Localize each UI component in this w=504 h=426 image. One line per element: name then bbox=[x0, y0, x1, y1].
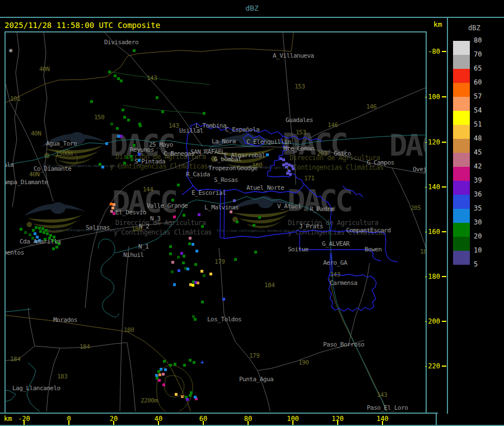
colorbar-block bbox=[453, 69, 470, 83]
place-label: Oveje bbox=[413, 166, 426, 173]
colorbar-block bbox=[453, 83, 470, 97]
place-label: N_1 bbox=[138, 243, 148, 250]
colorbar-block bbox=[453, 41, 470, 55]
road-label: 146 bbox=[366, 103, 376, 110]
right-axis-tick bbox=[442, 186, 446, 188]
colorbar-block bbox=[453, 223, 470, 237]
colorbar-block bbox=[453, 125, 470, 139]
bottom-axis-tick bbox=[292, 421, 293, 425]
right-axis-label: -200 bbox=[421, 317, 440, 325]
place-label: S_Rosas bbox=[214, 176, 238, 184]
road-label: 184 bbox=[10, 355, 20, 363]
road-label: 143 bbox=[169, 122, 179, 129]
place-label: L_Malvinas bbox=[204, 204, 239, 211]
colorbar-block bbox=[453, 111, 470, 125]
place-label: aula bbox=[6, 161, 14, 168]
colorbar-value: 39 bbox=[474, 176, 482, 184]
place-label: J_Prats bbox=[299, 223, 323, 230]
place-label: V_Atuel bbox=[277, 203, 301, 210]
road-label: 144 bbox=[143, 186, 153, 193]
place-label: C_Benegas bbox=[164, 150, 194, 157]
colorbar-value: 30 bbox=[474, 218, 482, 226]
timestamp: 2025/11/28 11:58:00 UTC Composite bbox=[4, 21, 160, 30]
place-label: Guadales bbox=[286, 116, 313, 124]
bottom-axis-tick bbox=[113, 421, 114, 425]
place-label: Punta_Agua bbox=[239, 376, 273, 383]
colorbar-value: 48 bbox=[474, 134, 482, 142]
road-label: 143 bbox=[147, 74, 157, 82]
colorbar-block bbox=[453, 153, 470, 167]
colorbar-value: 51 bbox=[474, 120, 482, 128]
road-label: 143 bbox=[377, 391, 387, 399]
road-label: 160 bbox=[252, 162, 262, 169]
right-axis-label: -140 bbox=[421, 183, 440, 191]
place-label: Nihuil bbox=[123, 251, 144, 259]
place-label: Cda_Amarilla bbox=[20, 238, 60, 245]
place-label: Aero_GA bbox=[323, 259, 347, 266]
place-label: Morados bbox=[53, 316, 77, 324]
road-label: 101 bbox=[10, 95, 20, 102]
place-label: Salinas bbox=[86, 224, 110, 231]
colorbar-value: 60 bbox=[474, 78, 482, 86]
window-title: dBZ bbox=[245, 4, 258, 12]
map-border-bottom bbox=[0, 413, 438, 414]
road-label: 150 bbox=[94, 114, 104, 121]
place-label: N_3 bbox=[150, 215, 160, 222]
bottom-axis-tick bbox=[68, 421, 69, 425]
place-label: Valle_Grande bbox=[147, 202, 188, 209]
radar-app-window: { "title_bar": { "title": "dBZ" }, "head… bbox=[0, 0, 504, 426]
road-label: 179 bbox=[214, 258, 225, 265]
right-axis-label: -220 bbox=[421, 362, 440, 370]
road-label: 40N bbox=[31, 130, 41, 137]
label-layer: DivisaderoA_VillanuevaGuadalesL_TombinaU… bbox=[6, 32, 426, 411]
road-label: 171 bbox=[304, 175, 314, 182]
road-label: 153 bbox=[296, 129, 306, 136]
road-label: 2200m bbox=[141, 397, 158, 404]
place-label: amentos bbox=[6, 249, 24, 256]
colorbar-block bbox=[453, 167, 470, 181]
colorbar-block bbox=[453, 181, 470, 195]
bottom-axis-tick bbox=[248, 421, 249, 425]
place-label: G_bombal bbox=[214, 156, 241, 163]
bottom-axis-tick bbox=[382, 421, 383, 425]
road-label: 203 bbox=[317, 150, 327, 157]
place-label: G_ALVEAR bbox=[322, 240, 349, 247]
colorbar-value: 20 bbox=[474, 232, 482, 240]
colorbar-block bbox=[453, 97, 470, 111]
place-label: Pampa_Diamante bbox=[6, 179, 48, 186]
right-axis-tick bbox=[442, 366, 446, 367]
bottom-axis-unit: km bbox=[4, 415, 12, 423]
bottom-axis-tick bbox=[24, 421, 25, 425]
colorbar-block bbox=[453, 139, 470, 153]
colorbar-value: 65 bbox=[474, 64, 482, 72]
road-label: 143 bbox=[330, 271, 340, 278]
right-axis-tick bbox=[442, 321, 446, 322]
road-label: 184 bbox=[264, 282, 274, 289]
colorbar-block bbox=[453, 55, 470, 69]
road-label: 205 bbox=[410, 204, 421, 212]
place-label: CompantEscard bbox=[346, 227, 391, 234]
right-axis-label: -80 bbox=[421, 48, 440, 55]
place-label: Paso_Borroso bbox=[323, 341, 364, 348]
place-label: Los_Toldos bbox=[207, 316, 241, 323]
right-axis-tick bbox=[442, 231, 446, 232]
road-label: 146 bbox=[328, 121, 338, 129]
place-label: Reyunos bbox=[130, 146, 154, 153]
road-label: 180 bbox=[132, 226, 142, 233]
right-axis-unit: km bbox=[433, 20, 442, 29]
place-label: G_Campos bbox=[367, 159, 394, 166]
colorbar-value: 54 bbox=[474, 106, 482, 114]
place-label: Carmensa bbox=[330, 279, 357, 287]
place-label: SAN_RAFAEL bbox=[190, 148, 225, 156]
right-axis-label: -160 bbox=[421, 228, 440, 236]
place-label: La_Nora bbox=[212, 138, 236, 145]
road-label: 179 bbox=[249, 352, 259, 359]
place-label: C_Española bbox=[225, 126, 259, 133]
colorbar-block bbox=[453, 209, 470, 223]
place-label: A_Villanueva bbox=[273, 52, 314, 59]
colorbar-value: 10 bbox=[474, 246, 482, 254]
bottom-axis-tick bbox=[158, 421, 159, 425]
colorbar-value: 35 bbox=[474, 204, 482, 212]
map-marker: * bbox=[8, 47, 13, 56]
colorbar-value: 45 bbox=[474, 148, 482, 156]
